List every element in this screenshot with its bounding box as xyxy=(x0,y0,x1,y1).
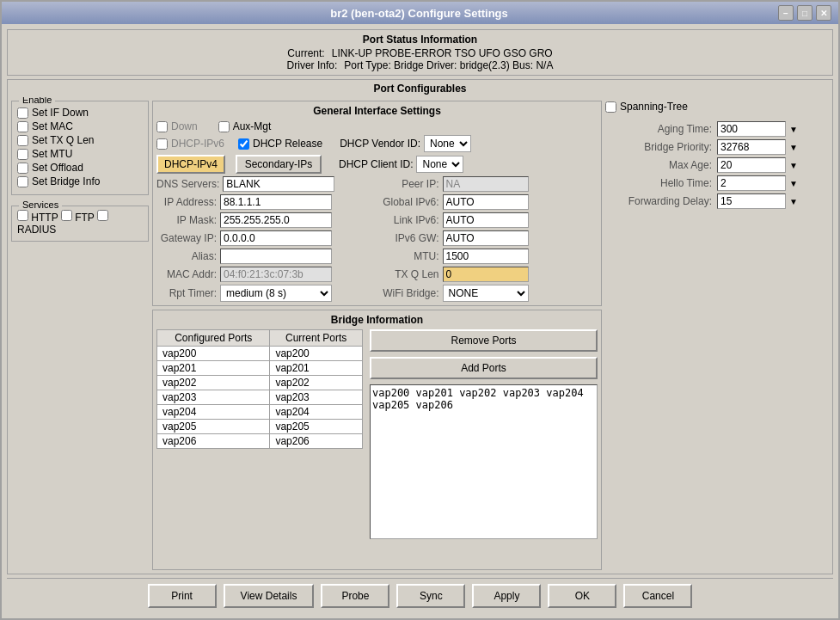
mac-addr-field-group: MAC Addr: xyxy=(156,267,376,282)
table-row[interactable]: vap206vap206 xyxy=(157,434,363,449)
bridge-field-input-wrap: ▼ xyxy=(717,193,798,209)
table-row[interactable]: vap204vap204 xyxy=(157,405,363,420)
bridge-field-input-wrap: ▼ xyxy=(717,139,798,155)
right-panel: Spanning-Tree Aging Time:▼Bridge Priorit… xyxy=(605,101,829,570)
bridge-field-input[interactable] xyxy=(717,121,786,137)
ports-textarea[interactable] xyxy=(370,384,598,539)
link-ipv6-input[interactable] xyxy=(443,212,529,228)
mtu-input[interactable] xyxy=(443,249,529,264)
service-ftp[interactable]: FTP xyxy=(61,212,97,224)
alias-field-group: Alias: xyxy=(156,249,376,264)
row-down-auxmgt: Down Aux-Mgt xyxy=(156,120,598,132)
enable-group: Enable Set IF Down Set MAC Set TX Q Len xyxy=(11,101,149,195)
dhcp-vendor-select[interactable]: None xyxy=(424,135,471,152)
bridge-field-input[interactable] xyxy=(717,139,786,155)
bridge-info-title: Bridge Information xyxy=(156,314,598,326)
row-dhcp-ipv4: DHCP-IPv4 Secondary-IPs DHCP Client ID: … xyxy=(156,155,598,174)
secondary-ips-button[interactable]: Secondary-IPs xyxy=(236,155,322,174)
driver-info-row: Driver Info: Port Type: Bridge Driver: b… xyxy=(15,59,825,71)
view-details-button[interactable]: View Details xyxy=(224,584,315,608)
table-row[interactable]: vap200vap200 xyxy=(157,347,363,361)
table-row[interactable]: vap202vap202 xyxy=(157,376,363,390)
http-checkbox[interactable] xyxy=(17,210,28,221)
general-settings-title: General Interface Settings xyxy=(156,105,598,117)
current-port-cell: vap203 xyxy=(270,390,363,405)
bridge-field-input[interactable] xyxy=(717,193,786,209)
mac-addr-label: MAC Addr: xyxy=(156,268,217,280)
global-ipv6-label: Global IPv6: xyxy=(379,196,439,208)
bridge-field-arrow[interactable]: ▼ xyxy=(789,161,798,170)
set-bridge-info-checkbox[interactable] xyxy=(17,176,28,187)
table-row[interactable]: vap205vap205 xyxy=(157,420,363,434)
mac-addr-input[interactable] xyxy=(220,267,332,282)
dns-input[interactable] xyxy=(223,176,334,192)
bridge-field-label: Bridge Priority: xyxy=(605,141,717,153)
dhcp-release-checkbox[interactable] xyxy=(238,138,249,150)
bridge-field-arrow[interactable]: ▼ xyxy=(789,179,798,188)
table-row[interactable]: vap203vap203 xyxy=(157,390,363,405)
ip-mask-input[interactable] xyxy=(220,212,332,228)
ip-address-input[interactable] xyxy=(220,194,332,210)
ip-address-label: IP Address: xyxy=(156,196,217,208)
dhcp-ipv4-button[interactable]: DHCP-IPv4 xyxy=(156,155,225,174)
dhcp-release-label: DHCP Release xyxy=(253,138,322,150)
print-button[interactable]: Print xyxy=(148,584,217,608)
global-ipv6-input[interactable] xyxy=(443,194,529,210)
ftp-checkbox[interactable] xyxy=(61,210,72,221)
alias-label: Alias: xyxy=(156,250,217,262)
close-button[interactable]: ✕ xyxy=(816,5,831,21)
aux-mgt-checkbox[interactable] xyxy=(218,121,230,132)
bridge-field-arrow[interactable]: ▼ xyxy=(789,125,798,134)
enable-set-offload[interactable]: Set Offload xyxy=(17,162,143,174)
set-mtu-checkbox[interactable] xyxy=(17,149,28,160)
bridge-field-input[interactable] xyxy=(717,157,786,173)
cancel-button[interactable]: Cancel xyxy=(623,584,692,608)
dhcp-client-select[interactable]: None xyxy=(416,156,463,173)
set-tx-q-len-checkbox[interactable] xyxy=(17,135,28,146)
current-port-cell: vap201 xyxy=(270,361,363,376)
sync-button[interactable]: Sync xyxy=(396,584,465,608)
down-checkbox[interactable] xyxy=(156,121,168,132)
service-http[interactable]: HTTP xyxy=(17,212,61,224)
rpt-timer-label: Rpt Timer: xyxy=(156,287,217,299)
tx-q-len-label: TX Q Len xyxy=(379,268,439,280)
enable-set-bridge-info[interactable]: Set Bridge Info xyxy=(17,175,143,187)
enable-set-mac[interactable]: Set MAC xyxy=(17,120,143,132)
current-value: LINK-UP PROBE-ERROR TSO UFO GSO GRO xyxy=(332,47,553,59)
remove-ports-button[interactable]: Remove Ports xyxy=(370,329,598,352)
set-mac-checkbox[interactable] xyxy=(17,121,28,132)
enable-set-if-down[interactable]: Set IF Down xyxy=(17,107,143,119)
bridge-field-arrow[interactable]: ▼ xyxy=(789,143,798,152)
restore-button[interactable]: □ xyxy=(797,5,812,21)
set-offload-checkbox[interactable] xyxy=(17,163,28,174)
bridge-config-row: Aging Time:▼ xyxy=(605,121,829,137)
spanning-tree-checkbox[interactable] xyxy=(605,101,616,113)
port-status-title: Port Status Information xyxy=(15,34,825,46)
ok-button[interactable]: OK xyxy=(548,584,616,608)
mtu-label: MTU: xyxy=(379,250,439,262)
bridge-field-label: Forwarding Delay: xyxy=(605,195,717,207)
table-row[interactable]: vap201vap201 xyxy=(157,361,363,376)
rpt-timer-select[interactable]: medium (8 s) xyxy=(220,285,332,302)
dhcp-client-row: DHCP Client ID: None xyxy=(339,156,463,173)
enable-set-tx-q-len[interactable]: Set TX Q Len xyxy=(17,134,143,146)
bridge-field-arrow[interactable]: ▼ xyxy=(789,197,798,206)
tx-q-len-input[interactable] xyxy=(443,267,529,282)
set-if-down-checkbox[interactable] xyxy=(17,107,28,119)
wifi-bridge-select[interactable]: NONE xyxy=(443,285,529,302)
bridge-field-input[interactable] xyxy=(717,175,786,191)
wifi-bridge-field-group: WiFi Bridge: NONE xyxy=(379,285,598,302)
probe-button[interactable]: Probe xyxy=(321,584,389,608)
minimize-button[interactable]: − xyxy=(778,5,794,21)
radius-checkbox[interactable] xyxy=(97,210,108,221)
peer-ip-input[interactable] xyxy=(443,176,529,192)
ipv6-gw-input[interactable] xyxy=(443,230,529,246)
alias-input[interactable] xyxy=(220,249,332,264)
current-port-cell: vap205 xyxy=(270,420,363,434)
driver-value: Port Type: Bridge Driver: bridge(2.3) Bu… xyxy=(344,59,553,71)
add-ports-button[interactable]: Add Ports xyxy=(370,357,598,379)
dhcp-ipv6-checkbox[interactable] xyxy=(156,138,168,150)
enable-set-mtu[interactable]: Set MTU xyxy=(17,148,143,160)
apply-button[interactable]: Apply xyxy=(472,584,541,608)
gateway-input[interactable] xyxy=(220,230,332,246)
